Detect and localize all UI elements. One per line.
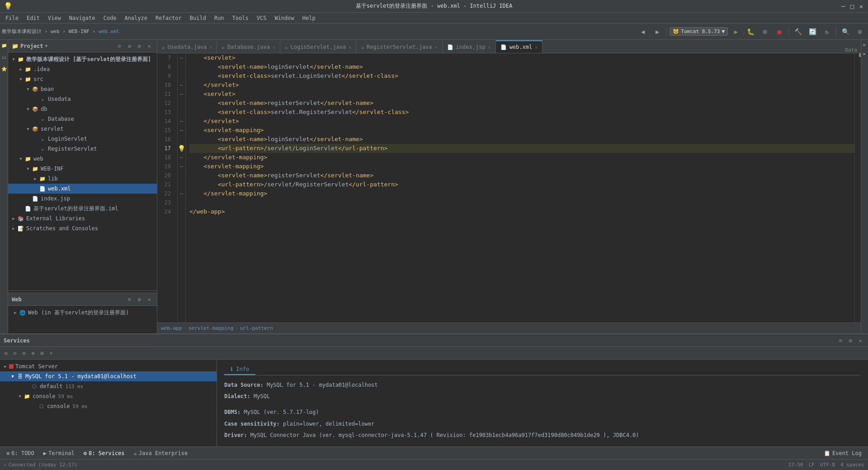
tab-registerservlet-close[interactable]: ✕: [435, 45, 438, 50]
breadcrumb-urlpattern[interactable]: url-pattern: [240, 325, 273, 331]
tab-webxml-close[interactable]: ✕: [535, 45, 538, 50]
menu-help[interactable]: Help: [299, 14, 319, 22]
menu-tools[interactable]: Tools: [229, 14, 252, 22]
tree-item-web[interactable]: ▼ 📁 web: [8, 154, 157, 164]
menu-navigate[interactable]: Navigate: [66, 14, 99, 22]
tree-item-lib[interactable]: ▶ 📁 lib: [8, 174, 157, 184]
toolbar-eventlog[interactable]: 📋 Event Log: [821, 449, 864, 457]
right-icon-1[interactable]: ▶: [862, 42, 868, 48]
service-mysql[interactable]: ▼ 🗄 MySQL for 5.1 - mydata01@localhost: [0, 371, 217, 381]
fold-19[interactable]: ─: [178, 162, 185, 171]
maximize-button[interactable]: □: [849, 3, 855, 9]
menu-vcs[interactable]: VCS: [253, 14, 270, 22]
tree-item-registerservlet[interactable]: ▶ ☕ RegisterServlet: [8, 144, 157, 154]
editor-scrollbar[interactable]: [854, 53, 861, 323]
menu-analyze[interactable]: Analyze: [121, 14, 151, 22]
tree-item-bean[interactable]: ▼ 📦 bean: [8, 84, 157, 94]
stop-button[interactable]: ■: [773, 25, 786, 38]
breadcrumb-webinf[interactable]: WEB-INF: [69, 28, 90, 34]
right-icon-2[interactable]: ▶: [862, 51, 868, 57]
panel-expand-button[interactable]: ≡: [125, 42, 133, 50]
menu-edit[interactable]: Edit: [23, 14, 43, 22]
project-icon[interactable]: 📁: [0, 42, 8, 49]
services-tool-2[interactable]: ⊙: [11, 349, 19, 357]
tree-item-scratches[interactable]: ▶ 📝 Scratches and Consoles: [8, 223, 157, 233]
toolbar-build-button[interactable]: 🔨: [792, 25, 804, 38]
menu-run[interactable]: Run: [211, 14, 228, 22]
close-button[interactable]: ✕: [858, 3, 864, 9]
tree-item-database[interactable]: ▶ ☕ Database: [8, 114, 157, 124]
tree-item-webinf[interactable]: ▼ 📁 WEB-INF: [8, 164, 157, 174]
tab-database[interactable]: ☕ Database.java ✕: [217, 40, 280, 53]
status-lineending[interactable]: LF: [809, 462, 815, 468]
code-content[interactable]: <servlet> <servlet-name>loginServlet</se…: [186, 53, 854, 323]
fold-10[interactable]: ─: [178, 81, 185, 90]
service-default[interactable]: ▶ ⬡ default 113 ms: [0, 381, 217, 391]
toolbar-back-button[interactable]: ◀: [637, 25, 649, 38]
menu-refactor[interactable]: Refactor: [152, 14, 185, 22]
tab-webxml[interactable]: 📄 web.xml ✕: [496, 40, 543, 53]
tree-item-usedata[interactable]: ▶ ☕ Usedata: [8, 94, 157, 104]
tab-indexjsp-close[interactable]: ✕: [488, 45, 491, 50]
tree-item-iml[interactable]: ▶ 📄 基于servlet的登录注册界面.iml: [8, 204, 157, 214]
tab-database-close[interactable]: ✕: [273, 45, 275, 50]
fold-11[interactable]: ─: [178, 90, 185, 99]
web-tree-item[interactable]: ▶ 🌐 Web (in 基于servlet的登录注册界面): [12, 308, 153, 318]
services-tool-3[interactable]: ⊗: [20, 349, 28, 357]
service-console-folder[interactable]: ▼ 📁 console 59 ms: [0, 391, 217, 401]
services-settings-button[interactable]: ⚙: [846, 337, 854, 345]
tab-loginservlet-close[interactable]: ✕: [349, 45, 351, 50]
fold-18[interactable]: ─: [178, 153, 185, 162]
tree-item-servlet[interactable]: ▼ 📦 servlet: [8, 124, 157, 134]
service-tomcat[interactable]: ▶ Tomcat Server: [0, 361, 217, 371]
toolbar-settings-button[interactable]: ⚙: [854, 25, 866, 38]
services-tool-1[interactable]: ≡: [2, 349, 10, 357]
fold-14[interactable]: ─: [178, 117, 185, 126]
title-bar-controls[interactable]: ─ □ ✕: [840, 3, 864, 9]
toolbar-search-button[interactable]: 🔍: [839, 25, 852, 38]
breadcrumb-web[interactable]: web: [51, 28, 60, 34]
tree-item-idea[interactable]: ▶ 📁 .idea: [8, 64, 157, 74]
tree-item-src[interactable]: ▼ 📁 src: [8, 74, 157, 84]
breadcrumb-servletmapping[interactable]: servlet-mapping: [189, 325, 233, 331]
structure-icon[interactable]: 🗂: [0, 53, 8, 61]
toolbar-javaee[interactable]: ☕ Java Enterprise: [131, 449, 191, 457]
tree-item-project[interactable]: ▼ 📁 教学版本课程设计 [基于servlet的登录注册界面]: [8, 54, 157, 64]
fold-15[interactable]: ─: [178, 126, 185, 135]
tab-loginservlet[interactable]: ☕ LoginServlet.java ✕: [280, 40, 356, 53]
web-panel-sort-button[interactable]: ⊙: [125, 295, 133, 304]
panel-settings-button[interactable]: ⚙: [135, 42, 143, 50]
tab-usedata-close[interactable]: ✕: [209, 45, 212, 50]
run-config-button[interactable]: ⚙: [759, 25, 771, 38]
status-encoding[interactable]: UTF-8: [820, 462, 835, 468]
tree-item-indexjsp[interactable]: ▶ 📄 index.jsp: [8, 194, 157, 204]
toolbar-todo[interactable]: ≡ 6: TODO: [4, 449, 37, 457]
toolbar-terminal[interactable]: ▶ Terminal: [41, 449, 77, 457]
fold-22[interactable]: ─: [178, 189, 185, 198]
tab-indexjsp[interactable]: 📄 index.jsp ✕: [443, 40, 496, 53]
services-layout-button[interactable]: ⊙: [836, 337, 844, 345]
toolbar-forward-button[interactable]: ▶: [651, 25, 664, 38]
tree-item-webxml[interactable]: ▶ 📄 web.xml: [8, 184, 157, 194]
web-panel-close-button[interactable]: ✕: [145, 295, 153, 304]
tree-item-extlibs[interactable]: ▶ 📚 External Libraries: [8, 214, 157, 223]
toolbar-reload-button[interactable]: ↻: [821, 25, 833, 38]
menu-file[interactable]: File: [2, 14, 22, 22]
status-position[interactable]: 17:50: [788, 462, 803, 468]
menu-code[interactable]: Code: [100, 14, 120, 22]
toolbar-update-button[interactable]: 🔄: [806, 25, 819, 38]
menu-window[interactable]: Window: [271, 14, 297, 22]
tab-usedata[interactable]: ☕ Usedata.java ✕: [157, 40, 217, 53]
fold-7[interactable]: ─: [178, 53, 185, 62]
services-tool-6[interactable]: +: [47, 349, 55, 357]
panel-close-button[interactable]: ✕: [145, 42, 153, 50]
tree-item-loginservlet[interactable]: ▶ ☕ LoginServlet: [8, 134, 157, 144]
status-indent[interactable]: 4 spaces: [840, 462, 864, 468]
minimize-button[interactable]: ─: [840, 3, 846, 9]
toolbar-services[interactable]: ⚙ 8: Services: [81, 449, 127, 457]
tree-item-db[interactable]: ▼ 📦 db: [8, 104, 157, 114]
debug-button[interactable]: 🐛: [744, 25, 757, 38]
info-tab-info[interactable]: ℹ Info: [224, 364, 255, 375]
menu-view[interactable]: View: [44, 14, 65, 22]
data-panel-toggle[interactable]: Data: [842, 47, 861, 53]
